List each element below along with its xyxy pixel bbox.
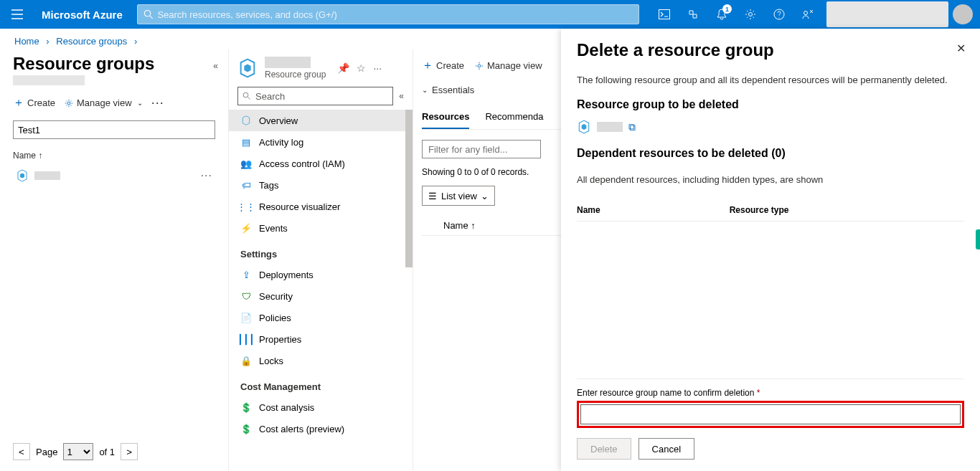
next-page-button[interactable]: > — [121, 443, 138, 460]
search-icon — [143, 9, 154, 19]
close-icon[interactable]: ✕ — [956, 42, 966, 55]
breadcrumb-home[interactable]: Home — [14, 36, 39, 47]
delete-resource-group-panel: ✕ Delete a resource group The following … — [561, 29, 980, 471]
svg-point-2 — [749, 13, 753, 16]
highlight-annotation — [577, 401, 964, 428]
manage-view-button[interactable]: Manage view — [474, 60, 542, 71]
global-search[interactable] — [137, 4, 639, 24]
hamburger-icon[interactable] — [0, 9, 34, 19]
nav-tags[interactable]: 🏷Tags — [229, 174, 413, 196]
create-button[interactable]: ＋Create — [13, 95, 55, 110]
tab-recommendations[interactable]: Recommenda — [485, 105, 543, 129]
more-icon[interactable]: ··· — [151, 95, 164, 110]
search-icon — [242, 92, 251, 100]
resource-filter-input[interactable] — [422, 140, 541, 158]
column-header-name[interactable]: Name ↑ — [13, 146, 215, 165]
notifications-icon[interactable]: 1 — [707, 0, 736, 29]
resource-groups-panel: « Resource groups ＋Create Manage view⌄ ·… — [0, 49, 228, 470]
pin-icon[interactable]: 📌 — [337, 62, 349, 74]
nav-access-control[interactable]: 👥Access control (IAM) — [229, 153, 413, 174]
nav-policies[interactable]: 📄Policies — [229, 307, 413, 328]
nav-deployments[interactable]: ⇪Deployments — [229, 264, 413, 285]
resource-group-name — [597, 122, 623, 132]
search-input[interactable] — [157, 9, 632, 20]
svg-point-0 — [144, 10, 150, 16]
svg-point-4 — [804, 11, 808, 15]
resource-group-name — [265, 57, 311, 68]
resource-group-icon — [237, 58, 258, 78]
nav-overview[interactable]: Overview — [229, 110, 413, 131]
column-header-type: Resource type — [730, 205, 789, 215]
cancel-button[interactable]: Cancel — [639, 438, 694, 460]
svg-rect-1 — [659, 10, 670, 19]
feedback-icon[interactable] — [793, 0, 822, 29]
svg-point-6 — [243, 92, 248, 97]
notification-badge: 1 — [722, 4, 732, 14]
delete-button[interactable]: Delete — [577, 438, 631, 460]
directories-icon[interactable] — [679, 0, 707, 29]
scrollbar[interactable] — [405, 110, 413, 267]
user-account[interactable] — [826, 1, 948, 27]
brand-label: Microsoft Azure — [34, 9, 137, 21]
cloud-shell-icon[interactable] — [650, 0, 679, 29]
nav-cost-analysis[interactable]: 💲Cost analysis — [229, 396, 413, 418]
column-header-name: Name — [577, 205, 600, 215]
page-select[interactable]: 1 — [63, 443, 93, 460]
nav-properties[interactable]: ┃┃┃Properties — [229, 328, 413, 350]
avatar[interactable] — [953, 4, 973, 24]
top-bar: Microsoft Azure 1 — [0, 0, 980, 29]
resource-group-icon — [577, 120, 591, 134]
subscription-label — [13, 75, 85, 85]
nav-locks[interactable]: 🔒Locks — [229, 350, 413, 371]
page-title: Resource groups — [13, 54, 215, 74]
nav-events[interactable]: ⚡Events — [229, 217, 413, 239]
flyout-title: Delete a resource group — [577, 40, 964, 60]
prev-page-button[interactable]: < — [13, 443, 30, 460]
collapse-panel-icon[interactable]: « — [213, 61, 218, 71]
settings-icon[interactable] — [736, 0, 765, 29]
view-select[interactable]: ☰List view — [422, 186, 495, 206]
resource-nav-panel: Resource group 📌 ☆ ··· Search « Overview… — [228, 49, 413, 470]
manage-view-button[interactable]: Manage view⌄ — [64, 97, 143, 108]
nav-activity-log[interactable]: ▤Activity log — [229, 131, 413, 153]
nav-resource-visualizer[interactable]: ⋮⋮Resource visualizer — [229, 196, 413, 217]
svg-point-5 — [67, 102, 70, 105]
filter-input[interactable] — [13, 120, 215, 139]
tab-resources[interactable]: Resources — [422, 105, 469, 129]
collapse-nav-icon[interactable]: « — [399, 91, 404, 101]
help-icon[interactable] — [765, 0, 793, 29]
nav-cost-alerts[interactable]: 💲Cost alerts (preview) — [229, 418, 413, 439]
item-more-icon[interactable]: ··· — [201, 169, 212, 182]
copy-icon[interactable]: ⧉ — [628, 121, 636, 133]
feedback-tab[interactable] — [976, 229, 980, 249]
create-resource-button[interactable]: ＋Create — [422, 58, 464, 73]
nav-security[interactable]: 🛡Security — [229, 285, 413, 307]
confirm-name-input[interactable] — [580, 404, 961, 424]
svg-point-7 — [478, 65, 481, 67]
more-icon[interactable]: ··· — [373, 62, 382, 74]
nav-search-input[interactable]: Search — [237, 87, 393, 105]
resource-group-item[interactable]: ··· — [13, 165, 215, 186]
resource-group-icon — [16, 169, 29, 182]
star-icon[interactable]: ☆ — [357, 62, 366, 74]
pager: < Page 1 of 1 > — [13, 443, 138, 460]
breadcrumb-rg[interactable]: Resource groups — [56, 36, 127, 47]
